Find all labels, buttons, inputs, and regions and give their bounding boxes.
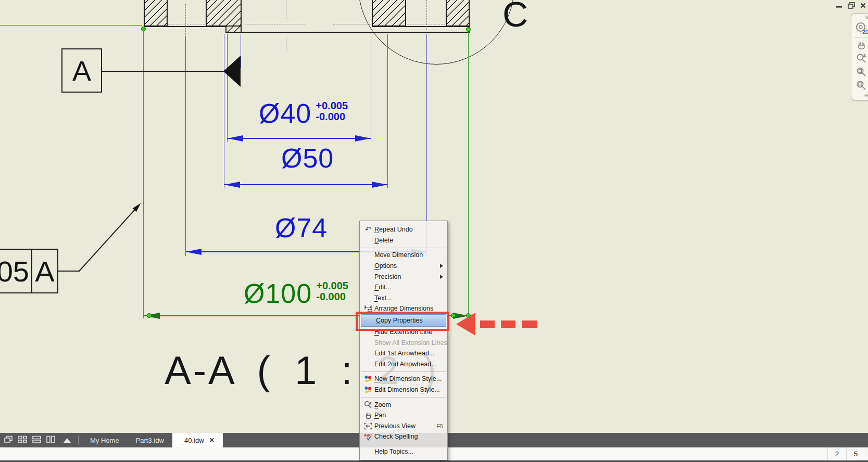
menu-item-check-spelling[interactable]: ABCCheck Spelling <box>360 431 447 442</box>
menu-item-pan[interactable]: Pan <box>360 410 447 421</box>
tolerance-upper: +0.005 <box>316 100 348 111</box>
menu-separator <box>360 442 447 446</box>
dimension-text-d40[interactable]: Ø40 +0.005 -0.000 <box>259 100 348 127</box>
hidden-line <box>333 24 371 24</box>
extension-line-selected[interactable] <box>468 31 469 320</box>
steering-wheel-2d-icon[interactable]: 2D <box>854 21 868 34</box>
menu-item-label: Precision <box>374 273 440 280</box>
navbar-divider <box>854 37 868 37</box>
menu-item-edit-dimension-style[interactable]: Edit Dimension Style... <box>360 384 447 395</box>
grip-point[interactable] <box>451 313 456 318</box>
menu-item-previous-view[interactable]: Previous ViewF5 <box>360 421 447 432</box>
extension-line[interactable] <box>227 34 228 142</box>
menu-item-text[interactable]: Text... <box>360 293 447 304</box>
navigation-bar: ⊗ 2D ± <box>851 13 868 100</box>
grip-point[interactable] <box>141 27 146 31</box>
tab-label: Part3.idw <box>136 437 164 444</box>
zoom-icon: ± <box>362 401 374 409</box>
extension-line-selected[interactable] <box>143 31 144 318</box>
cascade-windows-icon[interactable] <box>4 435 13 445</box>
menu-item-edit-1st-arrowhead[interactable]: Edit 1st Arrowhead... <box>360 348 447 359</box>
tab-40-idw[interactable]: _40.idw✕ <box>172 433 223 447</box>
extension-line[interactable] <box>387 34 388 188</box>
menu-item-move-dimension[interactable]: Move Dimension <box>360 250 447 261</box>
tab-label: My Home <box>90 437 119 444</box>
menu-item-delete[interactable]: Delete <box>360 235 447 246</box>
tab-part3-idw[interactable]: Part3.idw <box>128 433 172 447</box>
grip-point[interactable] <box>466 27 471 32</box>
dimension-style-icon <box>362 386 374 394</box>
annotation-arrow-dash <box>522 320 537 328</box>
previous-view-icon <box>362 422 374 430</box>
submenu-arrow-icon <box>440 275 443 279</box>
feature-control-frame[interactable]: 05 A <box>0 249 58 293</box>
menu-item-zoom[interactable]: ±Zoom <box>360 399 447 410</box>
extension-line[interactable] <box>241 34 241 68</box>
zoom-icon[interactable]: ± <box>856 53 866 63</box>
tile-windows-icon[interactable] <box>18 435 27 445</box>
pan-hand-icon[interactable] <box>856 41 866 50</box>
centerline <box>286 37 286 51</box>
tab-my-home[interactable]: My Home <box>82 433 128 447</box>
tab-label: _40.idw <box>181 437 204 444</box>
centerline <box>286 0 286 19</box>
status-cell <box>865 447 868 460</box>
tolerance-lower: -0.000 <box>316 111 348 122</box>
menu-item-shortcut: F5 <box>436 423 444 429</box>
dimension-line[interactable] <box>228 138 371 139</box>
extension-line[interactable] <box>185 36 186 256</box>
pan-icon <box>362 412 374 419</box>
dimension-text-d100[interactable]: Ø100 +0.005 -0.000 <box>244 280 348 307</box>
menu-item-label: Previous View <box>374 422 436 430</box>
close-icon[interactable]: ✕ <box>859 2 867 9</box>
tile-horizontal-icon[interactable] <box>32 435 41 445</box>
menu-item-label: New Dimension Style... <box>374 375 444 382</box>
menu-item-label: Check Spelling <box>374 433 444 440</box>
menu-item-label: Show All Extension Lines <box>374 339 447 346</box>
zoom-window-icon[interactable] <box>856 67 866 77</box>
menu-item-repeat-undo[interactable]: ↶Repeat Undo <box>360 224 447 235</box>
menu-item-label: Move Dimension <box>374 251 444 259</box>
dimension-style-icon <box>362 375 374 383</box>
menu-item-label: Options <box>374 262 440 270</box>
datum-label-box[interactable]: A <box>61 48 102 93</box>
dimension-line[interactable] <box>224 184 387 185</box>
status-cell: 2 <box>827 447 846 460</box>
undo-icon: ↶ <box>362 225 374 234</box>
dimension-line[interactable] <box>0 25 142 25</box>
dimension-text-d50[interactable]: Ø50 <box>281 145 334 172</box>
part-outline <box>225 27 227 33</box>
fcf-leader <box>58 271 80 272</box>
detail-view-label: C <box>502 0 528 34</box>
menu-item-edit-2nd-arrowhead[interactable]: Edit 2nd Arrowhead... <box>360 359 447 370</box>
dimension-text-d74[interactable]: Ø74 <box>275 214 328 241</box>
menu-separator <box>360 395 447 399</box>
arrowhead <box>372 182 387 188</box>
menu-item-options[interactable]: Options <box>360 261 447 272</box>
zoom-all-icon[interactable] <box>856 80 866 91</box>
menu-item-help-topics[interactable]: Help Topics... <box>360 446 447 457</box>
context-menu: ↶Repeat UndoDeleteMove DimensionOptionsP… <box>359 221 448 460</box>
menu-item-precision[interactable]: Precision <box>360 271 447 282</box>
tolerance-upper: +0.005 <box>316 280 348 291</box>
restore-button[interactable] <box>847 2 855 9</box>
taskbar-divider <box>78 435 79 445</box>
menu-item-show-all-extension-lines: Show All Extension Lines <box>360 337 447 348</box>
tab-close-icon[interactable]: ✕ <box>209 437 215 444</box>
document-tab-strip: My HomePart3.idw_40.idw✕ <box>82 433 223 447</box>
datum-triangle <box>223 56 241 87</box>
hidden-line <box>168 24 205 24</box>
menu-item-edit[interactable]: Edit... <box>360 282 447 293</box>
navbar-close-icon[interactable]: ⊗ <box>865 15 868 20</box>
menu-item-label: Edit 2nd Arrowhead... <box>374 361 444 368</box>
hidden-line <box>245 24 305 24</box>
menu-item-new-dimension-style[interactable]: New Dimension Style... <box>360 374 447 384</box>
grip-point[interactable] <box>147 313 152 318</box>
minimize-button[interactable] <box>835 2 843 9</box>
svg-text:±: ± <box>863 53 866 58</box>
navbar-collapse-icon[interactable]: ⊖ <box>864 93 868 98</box>
expand-up-icon[interactable] <box>64 438 71 443</box>
tile-vertical-icon[interactable] <box>46 435 55 445</box>
arrowhead <box>224 182 240 188</box>
extension-line[interactable] <box>371 34 371 142</box>
